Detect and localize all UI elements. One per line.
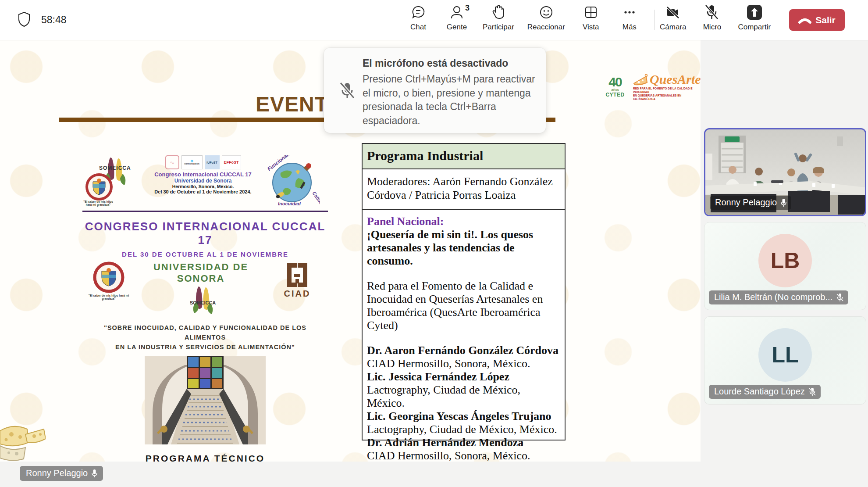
camera-button[interactable]: Cámara: [660, 4, 686, 32]
view-button[interactable]: Vista: [578, 4, 604, 32]
poster-quote: "Sobre Inocuidad, Calidad y Funcionalida…: [82, 323, 328, 352]
poster-header-line3: Hermosillo, Sonora, México.: [148, 184, 258, 189]
panel-subtitle: ¡Quesería de mi sin ti!. Los quesos arte…: [367, 228, 560, 268]
people-count-badge: 3: [465, 4, 470, 13]
speaker-row: Lic. Georgina Yescas Ángeles Trujano Lac…: [367, 410, 560, 436]
smiley-icon: [539, 5, 554, 20]
table-moderators: Moderadores: Aarón Fernando González Cór…: [363, 169, 565, 210]
poster-program-label: Programa Técnico: [82, 453, 328, 462]
tooltip-title: El micrófono está desactivado: [363, 57, 537, 69]
table-body: Panel Nacional: ¡Quesería de mi sin ti!.…: [363, 210, 565, 462]
speaker-row: Dr. Adrián Hernández Mendoza CIAD Hermos…: [367, 436, 560, 462]
staircase-photo: [145, 356, 266, 444]
quesarte-logo: QuesArte RED PARA EL FOMENTO DE LA CALID…: [633, 73, 701, 101]
toolbar-divider: [654, 10, 655, 30]
someicca-center-label: SOMEICCA: [190, 300, 216, 305]
raise-hand-button[interactable]: Participar: [483, 4, 514, 32]
quesarte-tagline-1: RED PARA EL FOMENTO DE LA CALIDAD E INOC…: [633, 87, 701, 94]
participant-name-tag: Lilia M. Beltrán (No comprob...: [709, 290, 848, 304]
avatar: LB: [758, 234, 812, 287]
iufost-logo: IUFoST: [205, 155, 220, 169]
participant-tile-ronny[interactable]: Ronny Pelaggio: [704, 128, 866, 216]
quesarte-wordmark: QuesArte: [650, 73, 701, 86]
cheese-illustration: [0, 412, 46, 462]
self-name-tag: Ronny Pelaggio: [20, 466, 103, 481]
panel-nacional-title: Panel Nacional:: [367, 215, 560, 228]
someicca-seal-logos: [82, 155, 148, 207]
participant-name-tag: Ronny Pelaggio: [710, 196, 791, 210]
hangup-icon: [798, 17, 811, 24]
more-button[interactable]: Más: [617, 4, 642, 32]
partner-logos-row: ◠◡ 🌐Harmonization IUFoST EFFoST: [148, 155, 258, 169]
mic-muted-icon: [808, 387, 816, 396]
participant-name-tag: Lourde Santiago López: [709, 385, 821, 399]
globe-label-bottom: Inocuidad: [278, 201, 301, 206]
avatar: LL: [758, 328, 812, 382]
programa-industrial-table: Programa Industrial Moderadores: Aarón F…: [362, 143, 566, 440]
tooltip-body: Presione Ctrl+Mayús+M para reactivar el …: [363, 72, 537, 128]
mic-on-icon: [780, 198, 787, 207]
people-button[interactable]: 3 Gente: [444, 4, 470, 32]
share-screen-icon: [746, 4, 763, 21]
speaker-row: Lic. Jessica Fernández López Lactrograph…: [367, 370, 560, 410]
poster-header-line2: Universidad de Sonora: [148, 178, 258, 184]
people-icon: [450, 5, 463, 20]
chat-button[interactable]: Chat: [406, 4, 431, 32]
cheese-wedge-icon: [633, 73, 648, 86]
react-button[interactable]: Reaccionar: [527, 4, 565, 32]
congress-poster: SOMEICCA "El saber de mis hijos hará mi …: [82, 155, 328, 462]
poster-divider-top: [82, 211, 328, 212]
seal-motto-2: "El saber de mis hijos hará mi grandeza": [82, 294, 135, 300]
meeting-window: EVENT 40 años CYTED QuesArte RE: [0, 0, 868, 487]
speaker-row: Dr. Aaron Fernándo González Córdova CIAD…: [367, 344, 560, 370]
raise-hand-icon: [491, 4, 505, 20]
mic-muted-icon: [339, 81, 356, 100]
share-button[interactable]: Compartir: [738, 4, 771, 32]
grid-view-icon: [584, 5, 598, 19]
panel-network: Red para el Fomento de la Calidad e Inoc…: [367, 279, 560, 332]
camera-off-icon: [665, 5, 681, 20]
mic-muted-tooltip: El micrófono está desactivado Presione C…: [324, 48, 546, 133]
seal-motto: "El saber de mis hijos hará mi grandeza": [83, 200, 113, 206]
mic-off-icon: [704, 4, 719, 21]
university-seal: [87, 175, 111, 199]
mic-on-icon: [91, 469, 98, 478]
corn-logo-center: SOMEICCA: [185, 286, 216, 315]
leave-button[interactable]: Salir: [789, 9, 845, 31]
chat-icon: [411, 5, 426, 20]
table-header: Programa Industrial: [363, 144, 565, 169]
poster-header-line4: Del 30 de Octubre al 1 de Noviembre 2024…: [148, 189, 258, 194]
someicca-label: SOMEICCA: [99, 165, 131, 171]
participant-tile-lilia[interactable]: LB Lilia M. Beltrán (No comprob...: [704, 222, 866, 310]
globe-label-right: Calidad: [311, 190, 320, 208]
effost-logo: EFFoST: [222, 155, 241, 169]
university-seal-large: [93, 261, 125, 293]
poster-university: Universidad de Sonora: [135, 261, 267, 284]
harmonization-logo: 🌐Harmonization: [181, 155, 203, 169]
cyted-40-logo: 40 años CYTED: [601, 76, 629, 98]
meeting-toolbar: 58:48 Chat 3 Gente: [0, 0, 868, 40]
poster-dates: Del 30 de Octubre al 1 de Noviembre: [82, 251, 328, 258]
mic-button[interactable]: Micro: [699, 4, 725, 32]
ciad-wordmark: CIAD: [284, 289, 311, 299]
mic-muted-icon: [836, 293, 844, 302]
shield-icon[interactable]: [18, 11, 31, 27]
globe-logo: Funcionalidad Calidad Inocuidad: [261, 155, 320, 208]
meeting-timer: 58:48: [41, 14, 67, 26]
ellipsis-icon: [622, 5, 637, 20]
ciad-logo: [284, 261, 311, 289]
cijedc-logo: ◠◡: [165, 155, 179, 169]
quesarte-tagline-2: EN QUESERIAS ARTESANALES EN IBEROAMÉRICA: [633, 94, 701, 101]
slide-logo-row: 40 años CYTED QuesArte RED PARA EL FOMEN…: [601, 73, 701, 101]
poster-congress-title: Congreso Internacional CUCCAL 17: [82, 220, 328, 247]
participant-tile-lourde[interactable]: LL Lourde Santiago López: [704, 316, 866, 405]
poster-header-line1: Congreso Internacional CUCCAL 17: [148, 171, 258, 178]
slide-title: EVENT: [256, 92, 328, 116]
